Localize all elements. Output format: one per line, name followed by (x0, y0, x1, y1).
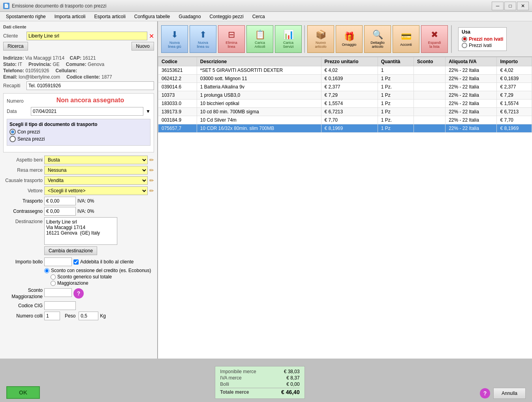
prezzi-non-ivati-label: Prezzi non ivati (469, 36, 503, 42)
ok-button[interactable]: OK (6, 386, 40, 399)
vettore-row: Vettore <Scegli il vettore> ✏ (3, 186, 154, 195)
menu-configura[interactable]: Configura tabelle (130, 12, 175, 21)
aspetto-edit-icon[interactable]: ✏ (149, 157, 154, 163)
table-row[interactable]: 139173.910 cd 80 min. 700MB sigma€ 6,721… (158, 108, 532, 116)
help-icon[interactable]: ? (480, 388, 490, 398)
data-input[interactable] (31, 107, 143, 116)
annulla-button[interactable]: Annulla (493, 388, 526, 399)
recapiti-input[interactable] (26, 81, 154, 90)
trasporto-row: Trasporto IVA: 0% (3, 197, 154, 205)
nuovo-articolo-btn[interactable]: 📦 Nuovo articolo (307, 25, 334, 53)
vettore-edit-icon[interactable]: ✏ (149, 188, 154, 194)
close-button[interactable]: ✕ (517, 2, 529, 10)
dettaglio-btn[interactable]: 🔍 Dettaglio articolo (364, 25, 391, 53)
table-row[interactable]: 183033.010 bicchieri optikal€ 1,55741 Pz… (158, 100, 532, 108)
nuova-linea-giu-btn[interactable]: ⬇ Nuova linea giù (161, 25, 188, 53)
minimize-button[interactable]: ─ (492, 2, 504, 10)
numero-row: Numero Non ancora assegnato (7, 97, 150, 105)
bottom-bar: OK Imponibile merce € 38,03 IVA merce € … (0, 359, 532, 402)
prezzi-non-ivati-radio[interactable] (462, 36, 467, 42)
provincia-value: GE (53, 62, 59, 67)
table-row[interactable]: 003184.910 Cd Silver 74m€ 7,701 Pz.22% -… (158, 116, 532, 124)
maximize-button[interactable]: □ (504, 2, 516, 10)
right-panel: ⬇ Nuova linea giù ⬆ Nuova linea su ⊟ Eli… (158, 21, 532, 359)
stato-value: IT (18, 62, 22, 67)
importo-bollo-label: Importo bollo (3, 259, 43, 265)
menu-cerca[interactable]: Cerca (248, 12, 269, 21)
table-row[interactable]: 103731 prolunga USB3,0€ 7,291 Pz22% - 22… (158, 91, 532, 100)
cap-value: 16121 (83, 55, 96, 61)
ricerca-button[interactable]: Ricerca (3, 42, 28, 51)
table-row[interactable]: 075657,710 CDR 16/32x 80min. slim 700MB€… (158, 124, 532, 133)
codice-cig-label: Codice CIG (3, 303, 43, 308)
menu-conteggio[interactable]: Conteggio pezzi (205, 12, 248, 21)
telefono-row: Telefono: 010591926 Cellulare: (3, 68, 154, 73)
destinazione-textarea[interactable]: Liberty Line srl Via Macaggi 17/14 16121… (44, 217, 117, 245)
cliente-input[interactable] (26, 32, 147, 40)
resa-select[interactable]: Nessuna (44, 166, 148, 175)
contrassegno-input[interactable] (44, 207, 76, 216)
causale-select[interactable]: Vendita (44, 176, 148, 185)
menu-spostamento[interactable]: Spostamento righe (2, 12, 50, 21)
trasporto-input[interactable] (44, 197, 76, 205)
main-container: Dati cliente Cliente ✕ Ricerca Nuovo Ind… (0, 21, 532, 359)
stato-label: Stato: (3, 62, 17, 67)
sconto-opt3-radio[interactable] (51, 281, 56, 286)
aspetto-select[interactable]: Busta (44, 156, 148, 164)
col-sconto: Sconto (414, 57, 445, 66)
espandi-btn[interactable]: ✖ Espandi la lista (421, 25, 448, 53)
sconto-opt1-radio[interactable] (44, 268, 49, 273)
col-importo: Importo (497, 57, 532, 66)
help-sconto-icon[interactable]: ? (73, 288, 84, 299)
iva-value: € 8,37 (272, 375, 300, 381)
sconto-opt2-radio[interactable] (51, 274, 56, 280)
title-bar: 📄 Emissione documento di trasporto con p… (0, 0, 532, 12)
numero-colli-label: Numero colli (3, 313, 43, 319)
resa-edit-icon[interactable]: ✏ (149, 167, 154, 173)
causale-edit-icon[interactable]: ✏ (149, 177, 154, 184)
dettaglio-label: Dettaglio articolo (370, 41, 385, 49)
table-row[interactable]: 36153621*SET 5 GIRAVITI ASSORTITI DEXTER… (158, 66, 532, 75)
acconti-btn[interactable]: 💳 Acconti (393, 25, 419, 53)
carica-articoli-btn[interactable]: 📋 Carica Articoli (246, 25, 273, 53)
calendar-icon[interactable]: ▼ (146, 109, 150, 114)
cliente-label: Cliente (3, 33, 25, 39)
sconto-input[interactable] (44, 288, 72, 297)
carica-servizi-btn[interactable]: 📊 Carica Servizi (275, 25, 302, 53)
prezzi-ivati-radio[interactable] (462, 43, 467, 48)
con-prezzi-radio[interactable] (9, 129, 16, 135)
col-aliquota: Aliquota IVA (446, 57, 497, 66)
codice-cliente-label: Codice cliente: (66, 74, 100, 80)
nuova-linea-su-btn[interactable]: ⬆ Nuova linea su (190, 25, 216, 53)
addebita-checkbox[interactable] (73, 259, 79, 265)
con-prezzi-row: Con prezzi (9, 129, 148, 135)
dettaglio-icon: 🔍 (372, 30, 383, 40)
table-row[interactable]: 062412.203000 sott. Mignon 11€ 0,16391 P… (158, 75, 532, 83)
peso-input[interactable] (79, 312, 98, 320)
codice-cig-input[interactable] (44, 301, 76, 310)
sconto-section: Sconto con cessione del credito (es. Eco… (44, 268, 154, 286)
imponibile-row: Imponibile merce € 38,03 (220, 369, 299, 374)
senza-prezzi-label: Senza prezzi (17, 136, 45, 142)
importo-bollo-input[interactable] (44, 257, 72, 266)
comune-value: Genova (88, 62, 104, 67)
col-codice: Codice (158, 57, 197, 66)
trasporto-label: Trasporto (3, 198, 43, 204)
cap-label: CAP: (70, 55, 81, 61)
numero-colli-input[interactable] (44, 312, 60, 320)
data-label: Data (7, 109, 28, 114)
vettore-select[interactable]: <Scegli il vettore> (44, 186, 148, 195)
delete-client-btn[interactable]: ✕ (149, 32, 154, 40)
sconto-opt1-label: Sconto con cessione del credito (es. Eco… (51, 268, 151, 273)
nuova-su-icon: ⬆ (199, 30, 207, 40)
menu-guadagno[interactable]: Guadagno (175, 12, 205, 21)
nuovo-button[interactable]: Nuovo (132, 42, 154, 51)
omaggio-btn[interactable]: 🎁 Omaggio (336, 25, 363, 53)
menu-importa[interactable]: Importa articoli (50, 12, 90, 21)
cambia-destinazione-btn[interactable]: Cambia destinazione (44, 246, 97, 255)
table-row[interactable]: 039014.61 Batteria Alkalina 9v€ 2,3771 P… (158, 83, 532, 91)
elimina-linea-btn[interactable]: ⊟ Elimina linea (218, 25, 245, 53)
senza-prezzi-radio[interactable] (9, 136, 16, 142)
numero-section: Numero Non ancora assegnato Data ▼ Scegl… (3, 93, 154, 152)
menu-esporta[interactable]: Esporta articoli (90, 12, 130, 21)
